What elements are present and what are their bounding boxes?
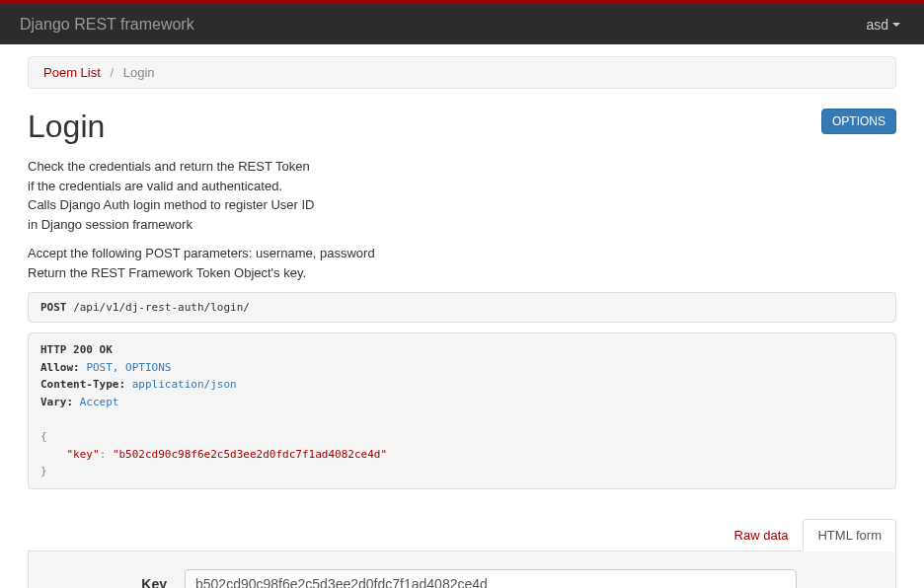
request-method: POST bbox=[40, 301, 67, 314]
description-p2: Accept the following POST parameters: us… bbox=[28, 244, 896, 282]
breadcrumb-current: Login bbox=[123, 65, 155, 80]
request-path: /api/v1/dj-rest-auth/login/ bbox=[73, 301, 250, 314]
header-vary-name: Vary: bbox=[40, 396, 73, 408]
page-title: Login bbox=[28, 109, 105, 145]
key-label: Key bbox=[46, 576, 185, 588]
tab-html-form[interactable]: HTML form bbox=[803, 519, 896, 551]
options-button[interactable]: OPTIONS bbox=[821, 109, 896, 134]
json-key: "key" bbox=[67, 448, 100, 461]
header-content-type-value: application/json bbox=[132, 378, 237, 391]
breadcrumb-root-link[interactable]: Poem List bbox=[43, 65, 101, 80]
tab-raw-data[interactable]: Raw data bbox=[720, 519, 804, 551]
caret-down-icon bbox=[892, 23, 900, 27]
breadcrumb-separator: / bbox=[110, 65, 114, 80]
request-line: POST /api/v1/dj-rest-auth/login/ bbox=[28, 292, 896, 323]
json-close-brace: } bbox=[40, 463, 884, 480]
description-p1: Check the credentials and return the RES… bbox=[28, 157, 896, 234]
json-value: "b502cd90c98f6e2c5d3ee2d0fdc7f1ad4082ce4… bbox=[113, 448, 387, 461]
user-menu[interactable]: asd bbox=[866, 17, 912, 33]
key-input[interactable] bbox=[185, 569, 797, 588]
json-open-brace: { bbox=[40, 428, 884, 446]
header-allow-name: Allow: bbox=[40, 361, 80, 374]
header-allow-value: POST, OPTIONS bbox=[86, 361, 171, 374]
endpoint-description: Check the credentials and return the RES… bbox=[28, 157, 896, 282]
form-tabs: Raw data HTML form bbox=[28, 519, 896, 551]
response-status: HTTP 200 OK bbox=[40, 341, 884, 359]
navbar: Django REST framework asd bbox=[0, 4, 924, 44]
form-panel: Key POST bbox=[28, 551, 896, 588]
header-content-type-name: Content-Type: bbox=[40, 378, 125, 391]
response-block: HTTP 200 OK Allow: POST, OPTIONS Content… bbox=[28, 332, 896, 489]
breadcrumb: Poem List / Login bbox=[28, 56, 896, 89]
user-name: asd bbox=[866, 17, 888, 33]
header-vary-value: Accept bbox=[80, 396, 119, 408]
navbar-brand[interactable]: Django REST framework bbox=[12, 16, 194, 34]
